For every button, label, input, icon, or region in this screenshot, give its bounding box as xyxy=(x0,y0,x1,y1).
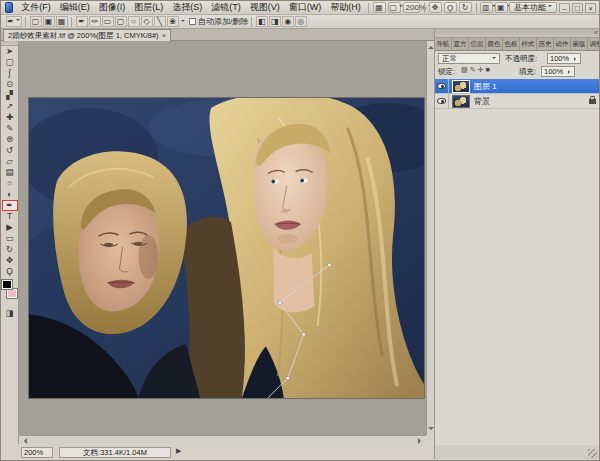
fill-pixels-button[interactable]: ▦ xyxy=(56,16,68,27)
menu-edit[interactable]: 编辑(E) xyxy=(55,1,94,14)
path-selection-tool[interactable]: ▶ xyxy=(2,222,18,233)
blur-tool[interactable]: ○ xyxy=(2,178,18,189)
layer-thumbnail[interactable] xyxy=(452,95,470,108)
minimize-button[interactable]: – xyxy=(559,3,570,13)
menu-help[interactable]: 帮助(H) xyxy=(326,1,366,14)
canvas-area[interactable] xyxy=(19,41,426,435)
layer-row-layer1[interactable]: 图层 1 xyxy=(435,79,600,94)
close-tab-icon[interactable]: × xyxy=(162,31,167,40)
maximize-button[interactable]: □ xyxy=(572,3,583,13)
fill-field[interactable]: 100% xyxy=(541,66,575,77)
launch-bridge-icon[interactable]: ▦ xyxy=(373,2,386,13)
polygon-tool-button[interactable]: ◇ xyxy=(141,16,153,27)
crop-tool[interactable]: ▞ xyxy=(2,90,18,101)
document-tab[interactable]: 2婚纱效果素材.tif @ 200%(图层 1, CMYK/8#) × xyxy=(3,29,171,41)
3d-rotate-tool[interactable]: ↻ xyxy=(2,244,18,255)
hand-tool[interactable]: ✥ xyxy=(2,255,18,266)
hand-icon[interactable]: ✥ xyxy=(429,2,442,13)
subtract-from-path-button[interactable]: ◨ xyxy=(269,16,281,27)
eyedropper-tool[interactable]: ↗ xyxy=(2,101,18,112)
horizontal-scrollbar[interactable] xyxy=(19,435,426,444)
visibility-toggle[interactable] xyxy=(435,94,449,109)
shape-tool[interactable]: ▭ xyxy=(2,233,18,244)
menu-window[interactable]: 窗口(W) xyxy=(284,1,326,14)
color-swatches xyxy=(2,280,18,302)
healing-brush-tool[interactable]: ✚ xyxy=(2,112,18,123)
blend-mode-select[interactable]: 正常 xyxy=(438,53,500,64)
type-tool[interactable]: T xyxy=(2,211,18,222)
menu-select[interactable]: 选择(S) xyxy=(168,1,207,14)
tool-preset-picker[interactable]: ✒ xyxy=(6,16,22,27)
foreground-color-swatch[interactable] xyxy=(2,280,12,289)
menu-file[interactable]: 文件(F) xyxy=(17,1,56,14)
menu-filter[interactable]: 滤镜(T) xyxy=(207,1,246,14)
freeform-pen-button[interactable]: ✑ xyxy=(89,16,101,27)
eraser-tool[interactable]: ▱ xyxy=(2,156,18,167)
gradient-tool[interactable]: ▤ xyxy=(2,167,18,178)
lock-transparency-icon[interactable]: ▨ xyxy=(461,66,468,74)
custom-shape-tool-button[interactable]: ❀ xyxy=(167,16,179,27)
marquee-tool[interactable]: ▢ xyxy=(2,57,18,68)
pen-tool-button[interactable]: ✒ xyxy=(76,16,88,27)
rounded-rectangle-tool-button[interactable]: ▢ xyxy=(115,16,127,27)
view-extras-icon[interactable]: ▢ xyxy=(388,2,401,13)
workspace-switcher[interactable]: 基本功能 xyxy=(509,2,557,13)
status-zoom-field[interactable]: 200% xyxy=(21,447,53,458)
rotate-view-icon[interactable]: ↻ xyxy=(459,2,472,13)
close-button[interactable]: × xyxy=(585,3,596,13)
dodge-tool[interactable]: ◐ xyxy=(2,189,18,200)
visibility-toggle[interactable] xyxy=(435,79,449,94)
layer-name[interactable]: 图层 1 xyxy=(474,81,600,92)
clone-stamp-tool[interactable]: ⊛ xyxy=(2,134,18,145)
menu-layer[interactable]: 图层(L) xyxy=(130,1,168,14)
menu-view[interactable]: 视图(V) xyxy=(245,1,284,14)
screen-mode-icon[interactable]: ▣ xyxy=(495,2,508,13)
move-tool[interactable]: ➤ xyxy=(2,46,18,57)
intersect-path-button[interactable]: ◉ xyxy=(282,16,294,27)
layer-thumbnail[interactable] xyxy=(452,80,470,93)
rectangle-tool-button[interactable]: ▭ xyxy=(102,16,114,27)
tab-history[interactable]: 历史 xyxy=(537,38,554,50)
background-color-swatch[interactable] xyxy=(7,289,17,298)
shape-layers-button[interactable]: ▢ xyxy=(30,16,42,27)
ellipse-tool-button[interactable]: ○ xyxy=(128,16,140,27)
add-to-path-button[interactable]: ◧ xyxy=(256,16,268,27)
paths-button[interactable]: ▣ xyxy=(43,16,55,27)
quick-selection-tool[interactable]: ⊙ xyxy=(2,79,18,90)
tab-swatches[interactable]: 色板 xyxy=(503,38,520,50)
scroll-right-icon[interactable] xyxy=(418,438,424,444)
collapse-dock-icon[interactable]: « xyxy=(594,29,598,36)
auto-add-delete-checkbox[interactable] xyxy=(189,18,196,25)
status-menu-arrow-icon[interactable]: ▶ xyxy=(176,447,181,455)
arrange-documents-icon[interactable]: ▥ xyxy=(480,2,493,13)
brush-tool[interactable]: ✎ xyxy=(2,123,18,134)
lock-position-icon[interactable]: ✛ xyxy=(478,66,484,74)
tab-histogram[interactable]: 直方 xyxy=(452,38,469,50)
zoom-icon[interactable]: Ϙ xyxy=(444,2,457,13)
tab-styles[interactable]: 样式 xyxy=(520,38,537,50)
tab-adjustments[interactable]: 调整 xyxy=(588,38,600,50)
layer-row-background[interactable]: 背景 xyxy=(435,94,600,109)
zoom-level-dropdown[interactable]: 200% xyxy=(403,2,421,13)
vertical-scrollbar[interactable] xyxy=(426,41,434,435)
opacity-field[interactable]: 100% xyxy=(547,53,581,64)
scroll-left-icon[interactable] xyxy=(21,438,27,444)
photo-two-women[interactable] xyxy=(28,97,425,399)
tab-actions[interactable]: 动作 xyxy=(554,38,571,50)
tab-info[interactable]: 信息 xyxy=(469,38,486,50)
exclude-path-button[interactable]: ◎ xyxy=(295,16,307,27)
line-tool-button[interactable]: ╲ xyxy=(154,16,166,27)
menu-image[interactable]: 图像(I) xyxy=(94,1,130,14)
lock-all-icon[interactable]: ■ xyxy=(485,66,489,74)
lock-image-icon[interactable]: ✎ xyxy=(470,66,476,74)
tab-color[interactable]: 颜色 xyxy=(486,38,503,50)
lasso-tool[interactable]: ʃ xyxy=(2,68,18,79)
quick-mask-button[interactable]: ◨ xyxy=(2,308,18,319)
tab-masks[interactable]: 蒙版 xyxy=(571,38,588,50)
tab-navigator[interactable]: 导航 xyxy=(435,38,452,50)
resize-grip[interactable] xyxy=(588,449,597,458)
layer-name[interactable]: 背景 xyxy=(474,96,589,107)
zoom-tool[interactable]: Ϙ xyxy=(2,266,18,277)
history-brush-tool[interactable]: ↺ xyxy=(2,145,18,156)
pen-tool-selected[interactable]: ✒ xyxy=(2,200,18,211)
